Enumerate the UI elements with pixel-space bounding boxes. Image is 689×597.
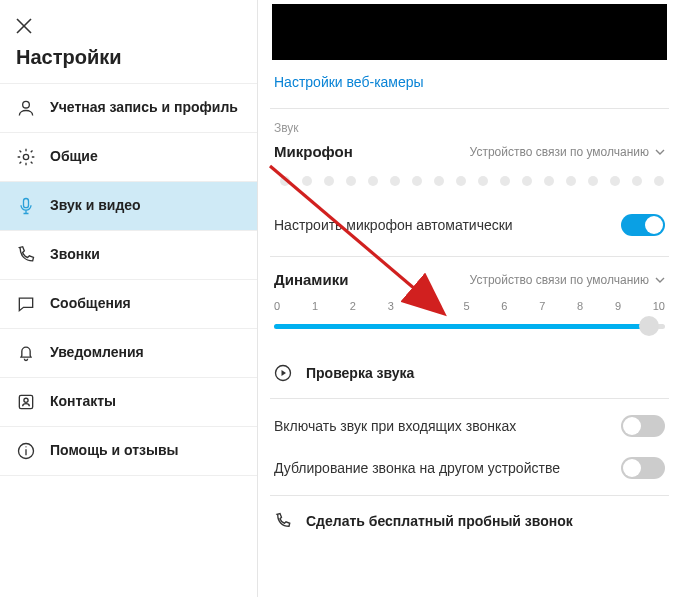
chevron-down-icon [655,275,665,285]
speaker-volume-slider[interactable] [274,316,665,336]
sidebar-item-contacts[interactable]: Контакты [0,377,257,426]
test-call-label: Сделать бесплатный пробный звонок [306,513,573,529]
person-icon [16,98,36,118]
svg-point-3 [23,154,28,159]
play-icon [274,364,292,382]
chat-icon [16,294,36,314]
test-sound-button[interactable]: Проверка звука [266,354,673,398]
phone-icon [16,245,36,265]
svg-point-9 [25,446,26,447]
svg-point-2 [23,101,30,108]
microphone-level-meter [266,166,673,204]
microphone-device-dropdown[interactable]: Устройство связи по умолчанию [470,145,665,159]
sidebar-item-label: Общие [50,148,98,166]
auto-mic-label: Настроить микрофон автоматически [274,217,513,233]
webcam-preview [272,4,667,60]
duplicate-ring-label: Дублирование звонка на другом устройстве [274,460,560,476]
settings-sidebar: Настройки Учетная запись и профиль Общие… [0,0,258,597]
sidebar-item-audio-video[interactable]: Звук и видео [0,181,257,230]
speaker-volume-ticks: 012345678910 [266,294,673,314]
sidebar-item-help[interactable]: Помощь и отзывы [0,426,257,476]
speakers-device-value: Устройство связи по умолчанию [470,273,649,287]
microphone-title: Микрофон [274,143,353,160]
sidebar-item-messaging[interactable]: Сообщения [0,279,257,328]
auto-mic-toggle[interactable] [621,214,665,236]
phone-icon [274,512,292,530]
sidebar-item-label: Контакты [50,393,116,411]
sidebar-item-calling[interactable]: Звонки [0,230,257,279]
bell-icon [16,343,36,363]
microphone-row: Микрофон Устройство связи по умолчанию [266,137,673,166]
webcam-settings-link[interactable]: Настройки веб-камеры [266,70,432,108]
duplicate-ring-row: Дублирование звонка на другом устройстве [266,447,673,495]
incoming-sound-toggle[interactable] [621,415,665,437]
speakers-title: Динамики [274,271,348,288]
info-icon [16,441,36,461]
microphone-device-value: Устройство связи по умолчанию [470,145,649,159]
incoming-sound-row: Включать звук при входящих звонках [266,399,673,447]
auto-mic-row: Настроить микрофон автоматически [266,204,673,246]
sound-section-label: Звук [266,109,673,137]
sidebar-item-label: Уведомления [50,344,144,362]
contacts-icon [16,392,36,412]
svg-rect-4 [24,199,29,208]
speakers-row: Динамики Устройство связи по умолчанию [266,257,673,294]
sidebar-item-label: Учетная запись и профиль [50,99,238,117]
sidebar-item-label: Помощь и отзывы [50,442,179,460]
test-call-button[interactable]: Сделать бесплатный пробный звонок [266,496,673,546]
close-icon[interactable] [16,18,32,34]
svg-point-6 [24,398,28,402]
chevron-down-icon [655,147,665,157]
settings-title: Настройки [0,46,257,83]
sidebar-item-label: Звонки [50,246,100,264]
sidebar-item-label: Звук и видео [50,197,141,215]
settings-main-panel: Настройки веб-камеры Звук Микрофон Устро… [258,0,689,597]
sidebar-item-notifications[interactable]: Уведомления [0,328,257,377]
sidebar-item-general[interactable]: Общие [0,132,257,181]
duplicate-ring-toggle[interactable] [621,457,665,479]
gear-icon [16,147,36,167]
sidebar-item-label: Сообщения [50,295,131,313]
speakers-device-dropdown[interactable]: Устройство связи по умолчанию [470,273,665,287]
microphone-icon [16,196,36,216]
incoming-sound-label: Включать звук при входящих звонках [274,418,516,434]
sidebar-item-account[interactable]: Учетная запись и профиль [0,83,257,132]
test-sound-label: Проверка звука [306,365,414,381]
